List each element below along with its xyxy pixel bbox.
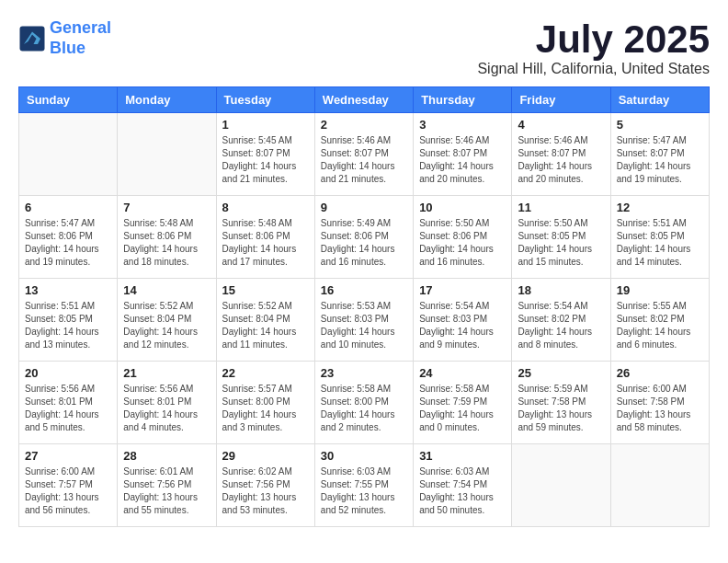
calendar-cell: 18Sunrise: 5:54 AMSunset: 8:02 PMDayligh… bbox=[512, 279, 610, 362]
day-info: Sunrise: 6:00 AMSunset: 7:57 PMDaylight:… bbox=[25, 465, 111, 517]
calendar-cell: 9Sunrise: 5:49 AMSunset: 8:06 PMDaylight… bbox=[314, 196, 413, 279]
day-info: Sunrise: 5:55 AMSunset: 8:02 PMDaylight:… bbox=[617, 300, 703, 351]
calendar-cell: 30Sunrise: 6:03 AMSunset: 7:55 PMDayligh… bbox=[314, 444, 413, 527]
calendar-header-row: SundayMondayTuesdayWednesdayThursdayFrid… bbox=[19, 87, 710, 113]
day-info: Sunrise: 5:46 AMSunset: 8:07 PMDaylight:… bbox=[321, 134, 407, 186]
day-of-week-header: Monday bbox=[118, 87, 216, 113]
week-row: 27Sunrise: 6:00 AMSunset: 7:57 PMDayligh… bbox=[19, 444, 710, 527]
day-number: 23 bbox=[321, 366, 407, 380]
main-title: July 2025 bbox=[477, 18, 710, 61]
day-info: Sunrise: 5:48 AMSunset: 8:06 PMDaylight:… bbox=[222, 217, 309, 269]
day-info: Sunrise: 5:47 AMSunset: 8:07 PMDaylight:… bbox=[617, 134, 703, 186]
day-number: 4 bbox=[518, 118, 604, 132]
day-info: Sunrise: 5:47 AMSunset: 8:06 PMDaylight:… bbox=[25, 217, 111, 269]
day-number: 22 bbox=[222, 366, 309, 380]
day-number: 18 bbox=[518, 283, 604, 297]
day-info: Sunrise: 5:54 AMSunset: 8:03 PMDaylight:… bbox=[419, 300, 506, 351]
day-info: Sunrise: 6:02 AMSunset: 7:56 PMDaylight:… bbox=[222, 465, 309, 517]
day-info: Sunrise: 5:50 AMSunset: 8:06 PMDaylight:… bbox=[419, 217, 506, 269]
calendar-cell: 4Sunrise: 5:46 AMSunset: 8:07 PMDaylight… bbox=[512, 113, 610, 196]
day-info: Sunrise: 5:59 AMSunset: 7:58 PMDaylight:… bbox=[518, 383, 604, 434]
day-info: Sunrise: 5:51 AMSunset: 8:05 PMDaylight:… bbox=[617, 217, 703, 269]
day-info: Sunrise: 5:53 AMSunset: 8:03 PMDaylight:… bbox=[321, 300, 407, 351]
day-number: 31 bbox=[419, 449, 506, 463]
day-info: Sunrise: 5:54 AMSunset: 8:02 PMDaylight:… bbox=[518, 300, 604, 351]
day-number: 27 bbox=[25, 449, 111, 463]
day-number: 3 bbox=[419, 118, 506, 132]
day-number: 29 bbox=[222, 449, 309, 463]
day-info: Sunrise: 6:03 AMSunset: 7:55 PMDaylight:… bbox=[321, 465, 407, 517]
day-number: 14 bbox=[123, 283, 210, 297]
day-number: 6 bbox=[25, 201, 111, 214]
week-row: 1Sunrise: 5:45 AMSunset: 8:07 PMDaylight… bbox=[19, 113, 710, 196]
calendar-cell: 28Sunrise: 6:01 AMSunset: 7:56 PMDayligh… bbox=[118, 444, 216, 527]
day-info: Sunrise: 6:00 AMSunset: 7:58 PMDaylight:… bbox=[617, 383, 703, 434]
day-number: 10 bbox=[419, 201, 506, 214]
logo: General Blue bbox=[18, 18, 111, 58]
calendar-cell: 31Sunrise: 6:03 AMSunset: 7:54 PMDayligh… bbox=[414, 444, 512, 527]
day-of-week-header: Friday bbox=[512, 87, 610, 113]
calendar-cell: 21Sunrise: 5:56 AMSunset: 8:01 PMDayligh… bbox=[118, 362, 216, 444]
logo-text: General Blue bbox=[50, 18, 111, 58]
calendar-cell: 26Sunrise: 6:00 AMSunset: 7:58 PMDayligh… bbox=[610, 362, 709, 444]
calendar-cell: 2Sunrise: 5:46 AMSunset: 8:07 PMDaylight… bbox=[314, 113, 413, 196]
day-info: Sunrise: 5:56 AMSunset: 8:01 PMDaylight:… bbox=[25, 383, 111, 434]
day-number: 17 bbox=[419, 283, 506, 297]
calendar-cell: 10Sunrise: 5:50 AMSunset: 8:06 PMDayligh… bbox=[414, 196, 512, 279]
day-info: Sunrise: 5:45 AMSunset: 8:07 PMDaylight:… bbox=[222, 134, 309, 186]
day-number: 16 bbox=[321, 283, 407, 297]
day-info: Sunrise: 5:48 AMSunset: 8:06 PMDaylight:… bbox=[123, 217, 210, 269]
day-of-week-header: Sunday bbox=[19, 87, 118, 113]
calendar-cell: 23Sunrise: 5:58 AMSunset: 8:00 PMDayligh… bbox=[314, 362, 413, 444]
day-number: 30 bbox=[321, 449, 407, 463]
calendar-cell: 13Sunrise: 5:51 AMSunset: 8:05 PMDayligh… bbox=[19, 279, 118, 362]
day-number: 28 bbox=[123, 449, 210, 463]
calendar-cell: 22Sunrise: 5:57 AMSunset: 8:00 PMDayligh… bbox=[216, 362, 314, 444]
day-number: 20 bbox=[25, 366, 111, 380]
logo-icon bbox=[18, 25, 46, 52]
calendar-cell: 5Sunrise: 5:47 AMSunset: 8:07 PMDaylight… bbox=[610, 113, 709, 196]
day-number: 2 bbox=[321, 118, 407, 132]
calendar-cell: 27Sunrise: 6:00 AMSunset: 7:57 PMDayligh… bbox=[19, 444, 118, 527]
day-number: 9 bbox=[321, 201, 407, 214]
calendar-cell: 16Sunrise: 5:53 AMSunset: 8:03 PMDayligh… bbox=[314, 279, 413, 362]
day-info: Sunrise: 5:49 AMSunset: 8:06 PMDaylight:… bbox=[321, 217, 407, 269]
title-section: July 2025 Signal Hill, California, Unite… bbox=[477, 18, 710, 77]
calendar-cell: 19Sunrise: 5:55 AMSunset: 8:02 PMDayligh… bbox=[610, 279, 709, 362]
day-info: Sunrise: 5:50 AMSunset: 8:05 PMDaylight:… bbox=[518, 217, 604, 269]
day-info: Sunrise: 5:58 AMSunset: 8:00 PMDaylight:… bbox=[321, 383, 407, 434]
calendar-cell: 24Sunrise: 5:58 AMSunset: 7:59 PMDayligh… bbox=[414, 362, 512, 444]
day-of-week-header: Tuesday bbox=[216, 87, 314, 113]
day-number: 13 bbox=[25, 283, 111, 297]
day-of-week-header: Wednesday bbox=[314, 87, 413, 113]
day-info: Sunrise: 5:52 AMSunset: 8:04 PMDaylight:… bbox=[123, 300, 210, 351]
svg-rect-0 bbox=[20, 26, 45, 51]
day-info: Sunrise: 6:03 AMSunset: 7:54 PMDaylight:… bbox=[419, 465, 506, 517]
day-number: 26 bbox=[617, 366, 703, 380]
week-row: 20Sunrise: 5:56 AMSunset: 8:01 PMDayligh… bbox=[19, 362, 710, 444]
week-row: 6Sunrise: 5:47 AMSunset: 8:06 PMDaylight… bbox=[19, 196, 710, 279]
calendar-cell: 20Sunrise: 5:56 AMSunset: 8:01 PMDayligh… bbox=[19, 362, 118, 444]
calendar-table: SundayMondayTuesdayWednesdayThursdayFrid… bbox=[18, 86, 710, 527]
calendar-cell: 1Sunrise: 5:45 AMSunset: 8:07 PMDaylight… bbox=[216, 113, 314, 196]
day-number: 11 bbox=[518, 201, 604, 214]
day-number: 7 bbox=[123, 201, 210, 214]
day-of-week-header: Saturday bbox=[610, 87, 709, 113]
calendar-cell: 3Sunrise: 5:46 AMSunset: 8:07 PMDaylight… bbox=[414, 113, 512, 196]
day-number: 8 bbox=[222, 201, 309, 214]
calendar-cell: 14Sunrise: 5:52 AMSunset: 8:04 PMDayligh… bbox=[118, 279, 216, 362]
calendar-cell: 25Sunrise: 5:59 AMSunset: 7:58 PMDayligh… bbox=[512, 362, 610, 444]
week-row: 13Sunrise: 5:51 AMSunset: 8:05 PMDayligh… bbox=[19, 279, 710, 362]
day-info: Sunrise: 5:57 AMSunset: 8:00 PMDaylight:… bbox=[222, 383, 309, 434]
calendar-cell: 17Sunrise: 5:54 AMSunset: 8:03 PMDayligh… bbox=[414, 279, 512, 362]
calendar-cell bbox=[19, 113, 118, 196]
day-info: Sunrise: 6:01 AMSunset: 7:56 PMDaylight:… bbox=[123, 465, 210, 517]
subtitle: Signal Hill, California, United States bbox=[477, 61, 710, 77]
day-number: 21 bbox=[123, 366, 210, 380]
day-number: 1 bbox=[222, 118, 309, 132]
day-number: 12 bbox=[617, 201, 703, 214]
day-info: Sunrise: 5:56 AMSunset: 8:01 PMDaylight:… bbox=[123, 383, 210, 434]
calendar-cell: 12Sunrise: 5:51 AMSunset: 8:05 PMDayligh… bbox=[610, 196, 709, 279]
day-info: Sunrise: 5:46 AMSunset: 8:07 PMDaylight:… bbox=[518, 134, 604, 186]
calendar-cell: 6Sunrise: 5:47 AMSunset: 8:06 PMDaylight… bbox=[19, 196, 118, 279]
